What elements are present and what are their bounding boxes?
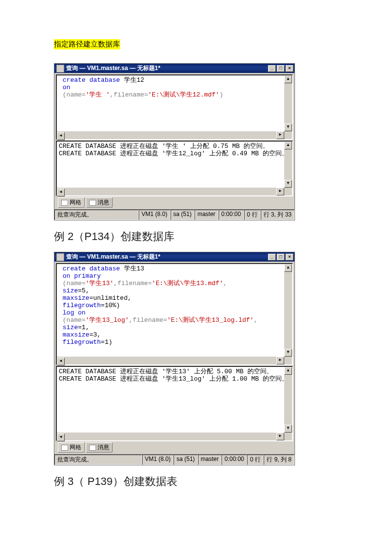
- punct: =10%): [101, 302, 120, 309]
- ident: 学生12: [120, 76, 144, 84]
- section-title: 指定路径建立数据库: [54, 39, 120, 49]
- code-text[interactable]: create database 学生13 on primary (name='学…: [57, 264, 292, 347]
- scroll-down-button[interactable]: ▼: [284, 180, 292, 188]
- status-rows: 0 行: [247, 455, 264, 465]
- scroll-down-button[interactable]: ▼: [284, 123, 292, 131]
- string: 'E:\测试\学生13.mdf': [152, 280, 223, 287]
- horizontal-scrollbar[interactable]: ◄►: [57, 433, 284, 440]
- window-title: 查询 — VM1.master.sa — 无标题1*: [66, 252, 268, 262]
- punct: (name=: [59, 280, 86, 287]
- code-editor-pane[interactable]: create database 学生12 on (name='学生 ',file…: [56, 74, 293, 140]
- code-editor-pane[interactable]: create database 学生13 on primary (name='学…: [56, 263, 293, 365]
- scroll-corner: [284, 357, 292, 364]
- scroll-right-button[interactable]: ►: [276, 357, 284, 364]
- status-cursor: 行 9, 列 8: [264, 455, 294, 465]
- scroll-up-button[interactable]: ▲: [284, 367, 292, 375]
- status-cursor: 行 3, 列 33: [261, 210, 294, 220]
- tab-label: 消息: [98, 198, 109, 207]
- heading-example-3: 例 3（ P139）创建数据表: [54, 474, 338, 489]
- msg-line: CREATE DATABASE 进程正在磁盘 '学生13' 上分配 5.00 M…: [59, 368, 273, 375]
- kw: size: [63, 324, 78, 331]
- maximize-button[interactable]: □: [277, 254, 285, 261]
- sql-query-window-2: 查询 — VM1.master.sa — 无标题1* _ □ × create …: [54, 252, 295, 465]
- minimize-button[interactable]: _: [268, 254, 276, 261]
- scroll-right-button[interactable]: ►: [276, 433, 284, 440]
- vertical-scrollbar[interactable]: ▲▼: [284, 142, 292, 188]
- messages-icon: [89, 445, 96, 451]
- vertical-scrollbar[interactable]: ▲▼: [284, 367, 292, 433]
- horizontal-scrollbar[interactable]: ◄►: [57, 131, 284, 139]
- message-text: CREATE DATABASE 进程正在磁盘 '学生13' 上分配 5.00 M…: [57, 367, 292, 384]
- close-button[interactable]: ×: [286, 254, 294, 261]
- close-button[interactable]: ×: [286, 65, 294, 72]
- punct: =unlimited,: [89, 294, 131, 302]
- horizontal-scrollbar[interactable]: ◄►: [57, 357, 284, 364]
- string: '学生13_log': [86, 316, 129, 324]
- punct: ,: [223, 280, 227, 287]
- vertical-scrollbar[interactable]: ▲▼: [284, 75, 292, 131]
- kw: on: [63, 84, 71, 91]
- string: '学生 ': [86, 91, 110, 98]
- statusbar: 批查询完成。 VM1 (8.0) sa (51) master 0:00:00 …: [54, 454, 294, 465]
- kw: on primary: [63, 272, 101, 280]
- tab-label: 网格: [70, 443, 81, 452]
- status-user: sa (51): [173, 455, 197, 465]
- scroll-corner: [284, 131, 292, 139]
- kw: size: [63, 287, 78, 294]
- scroll-up-button[interactable]: ▲: [284, 264, 292, 272]
- titlebar[interactable]: 查询 — VM1.master.sa — 无标题1* _ □ ×: [54, 64, 294, 73]
- status-server: VM1 (8.0): [142, 455, 174, 465]
- scroll-right-button[interactable]: ►: [276, 131, 284, 139]
- msg-line: CREATE DATABASE 进程正在磁盘 '学生13_log' 上分配 1.…: [59, 375, 288, 383]
- tab-messages[interactable]: 消息: [86, 442, 113, 453]
- minimize-button[interactable]: _: [268, 65, 276, 72]
- horizontal-scrollbar[interactable]: ◄►: [57, 188, 284, 195]
- scroll-down-button[interactable]: ▼: [284, 425, 292, 433]
- status-db: master: [195, 210, 219, 220]
- ident: 学生13: [120, 265, 144, 272]
- status-msg: 批查询完成。: [54, 210, 139, 220]
- tab-label: 消息: [98, 443, 109, 452]
- scroll-right-button[interactable]: ►: [276, 188, 284, 195]
- punct: =3,: [89, 331, 100, 338]
- app-icon: [56, 253, 64, 261]
- status-server: VM1 (8.0): [139, 210, 171, 220]
- scroll-left-button[interactable]: ◄: [57, 358, 65, 365]
- maximize-button[interactable]: □: [277, 65, 285, 72]
- grid-icon: [61, 445, 68, 451]
- tab-grid[interactable]: 网格: [58, 197, 85, 208]
- scroll-up-button[interactable]: ▲: [284, 75, 292, 83]
- status-time: 0:00:00: [221, 455, 247, 465]
- message-pane[interactable]: CREATE DATABASE 进程正在磁盘 '学生13' 上分配 5.00 M…: [56, 366, 293, 441]
- titlebar[interactable]: 查询 — VM1.master.sa — 无标题1* _ □ ×: [54, 252, 294, 262]
- punct: =1): [101, 338, 112, 346]
- message-text: CREATE DATABASE 进程正在磁盘 '学生 ' 上分配 0.75 MB…: [57, 142, 292, 158]
- punct: ,: [254, 316, 258, 324]
- punct: ,filename=: [129, 316, 167, 324]
- scroll-up-button[interactable]: ▲: [284, 142, 292, 149]
- message-pane[interactable]: CREATE DATABASE 进程正在磁盘 '学生 ' 上分配 0.75 MB…: [56, 141, 293, 196]
- kw: maxsize: [63, 294, 90, 302]
- vertical-scrollbar[interactable]: ▲▼: [284, 264, 292, 357]
- punct: ): [220, 91, 223, 98]
- status-user: sa (51): [171, 210, 195, 220]
- string: 'E:\测试\学生13_log.ldf': [167, 316, 254, 324]
- result-tabs: 网格 消息: [56, 441, 293, 453]
- kw: create database: [63, 76, 120, 84]
- string: '学生13': [86, 280, 114, 287]
- code-text[interactable]: create database 学生12 on (name='学生 ',file…: [57, 75, 292, 99]
- tab-grid[interactable]: 网格: [58, 442, 85, 453]
- messages-icon: [89, 200, 96, 206]
- kw: log on: [63, 309, 86, 316]
- punct: =1,: [78, 324, 89, 331]
- scroll-left-button[interactable]: ◄: [57, 189, 65, 196]
- scroll-corner: [284, 433, 292, 440]
- scroll-down-button[interactable]: ▼: [284, 349, 292, 357]
- scroll-left-button[interactable]: ◄: [57, 132, 65, 140]
- scroll-left-button[interactable]: ◄: [57, 434, 65, 441]
- tab-label: 网格: [70, 198, 81, 207]
- tab-messages[interactable]: 消息: [86, 197, 113, 208]
- grid-icon: [61, 200, 68, 206]
- status-time: 0:00:00: [219, 210, 244, 220]
- window-title: 查询 — VM1.master.sa — 无标题1*: [66, 64, 268, 73]
